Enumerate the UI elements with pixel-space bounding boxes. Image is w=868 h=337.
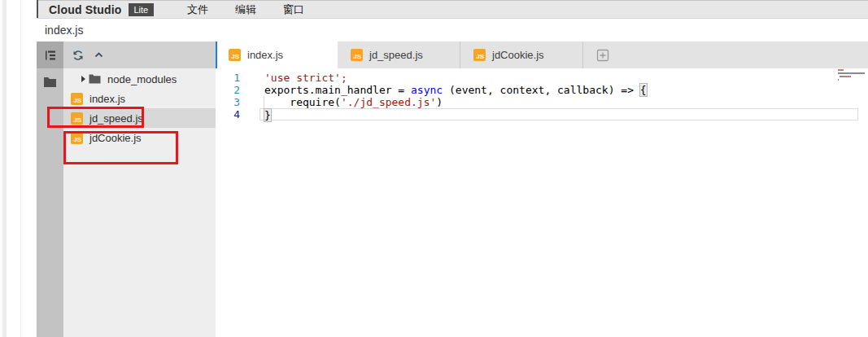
minimap-segment [850,72,864,74]
tree-item-index.js[interactable]: JSindex.js [63,89,216,108]
tab-label: jdCookie.js [492,49,544,61]
line-number-3: 3 [216,96,240,108]
menu-item-0[interactable]: 文件 [187,2,208,17]
menu-items: 文件编辑窗口 [187,1,304,19]
minimap-segment [850,76,851,77]
js-file-icon: JS [473,49,486,61]
tab-jdCookie.js[interactable]: JSjdCookie.js [460,42,583,68]
file-name-label: jdCookie.js [89,132,142,144]
code-segment-keyword: async [411,84,443,96]
js-file-icon: JS [229,49,241,61]
minimap-segment [844,76,850,77]
window-left-edge [37,0,38,18]
code-segment-bracket-match: } [264,108,272,122]
lite-badge: Lite [129,3,155,16]
app-brand: Cloud Studio [49,3,122,16]
menu-bar: Cloud Studio Lite 文件编辑窗口 [37,0,868,18]
menu-item-2[interactable]: 窗口 [283,2,304,17]
cloud-studio-window: Cloud Studio Lite 文件编辑窗口 index.js [0,0,868,337]
tab-jd_speed.js[interactable]: JSjd_speed.js [338,42,460,68]
tree-item-jdCookie.js[interactable]: JSjdCookie.js [63,128,216,147]
minimap-segment [838,79,839,81]
folder-icon[interactable] [37,68,63,95]
js-file-icon: JS [71,112,83,125]
code-segment-string: './jd_speed.js' [341,96,436,108]
divider-line [20,0,21,337]
code-segment-plain: (event, context, callback) => [443,84,640,96]
editor-tab-bar: JSindex.jsJSjd_speed.jsJSjdCookie.js [216,42,868,68]
browser-scrollbar-strip[interactable] [2,0,7,337]
minimap-segment [838,72,848,74]
minimap-line [838,76,867,77]
code-segment-plain: ) [436,96,443,108]
file-name-label: node_modules [107,73,177,85]
line-number-2: 2 [216,84,240,96]
minimap-segment [864,72,865,74]
code-content[interactable]: 'use strict';exports.main_handler = asyn… [264,72,868,120]
tab-index.js[interactable]: JSindex.js [216,42,338,68]
explorer-tree-icon[interactable] [37,42,63,68]
code-segment-bracket-match: { [639,83,648,97]
tree-item-jd_speed.js[interactable]: JSjd_speed.js [63,108,216,128]
activity-bar [37,42,63,337]
code-line-1[interactable]: 'use strict'; [264,72,868,84]
minimap-line [838,72,867,74]
file-tree: node_modulesJSindex.jsJSjd_speed.jsJSjdC… [63,69,216,147]
code-line-3[interactable]: require('./jd_speed.js') [264,96,868,108]
line-number-gutter: 1234 [216,72,264,120]
document-title: index.js [45,24,83,37]
file-name-label: index.js [89,93,125,105]
file-name-label: jd_speed.js [89,112,143,125]
code-segment-plain: exports.main_handler = [264,84,411,96]
code-line-2[interactable]: exports.main_handler = async (event, con… [264,84,868,96]
line-number-4: 4 [216,108,240,120]
explorer-toolbar [63,42,216,68]
folder-icon [89,74,101,84]
file-explorer-panel: node_modulesJSindex.jsJSjd_speed.jsJSjdC… [63,42,216,337]
line-number-1: 1 [216,72,240,84]
minimap-line [838,69,867,71]
minimap[interactable] [838,69,867,82]
code-editor[interactable]: 1234 'use strict';exports.main_handler =… [216,68,868,337]
plus-icon [596,49,609,62]
tree-item-node_modules[interactable]: node_modules [63,69,216,89]
code-segment-string: 'use strict'; [264,72,347,84]
refresh-icon[interactable] [72,49,85,62]
minimap-line [838,79,867,81]
js-file-icon: JS [71,132,83,144]
expand-arrow-icon[interactable] [81,76,85,82]
new-tab-button[interactable] [583,42,622,68]
js-file-icon: JS [351,49,363,61]
menu-item-1[interactable]: 编辑 [235,2,256,17]
title-bar: index.js [37,18,868,42]
indent-guide [264,96,264,108]
minimap-segment [838,69,844,71]
tab-label: index.js [247,49,283,61]
active-tab-accent [216,42,217,68]
code-line-4[interactable]: } [260,108,858,120]
code-segment-plain: require( [264,96,341,108]
tab-label: jd_speed.js [369,49,423,61]
js-file-icon: JS [71,93,83,105]
collapse-up-icon[interactable] [92,49,105,62]
